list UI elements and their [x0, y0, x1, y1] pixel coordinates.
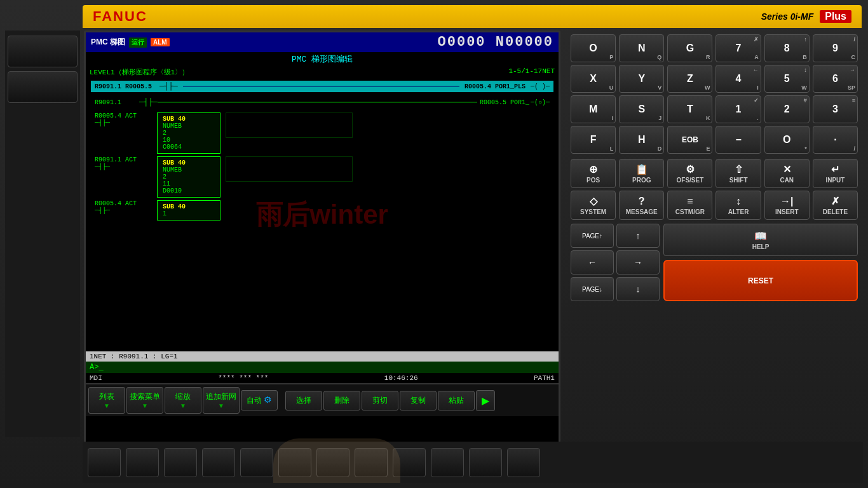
alm-badge: ALM	[151, 38, 170, 46]
key-S[interactable]: SJ	[619, 95, 664, 123]
key-8[interactable]: 8↑B	[764, 34, 810, 62]
fkey-12[interactable]	[507, 448, 540, 477]
key-F[interactable]: FL	[571, 126, 616, 154]
key-CSTM[interactable]: ≡ CSTM/GR	[667, 191, 712, 220]
softkey-select[interactable]: 选择	[285, 391, 322, 410]
fkey-6[interactable]	[278, 448, 311, 477]
key-CAN[interactable]: ✕ CAN	[764, 159, 810, 188]
fkey-8[interactable]	[355, 448, 388, 477]
key-3[interactable]: 3≡	[813, 95, 858, 123]
key-5[interactable]: 5↕W	[764, 65, 810, 93]
fkey-1[interactable]	[88, 448, 121, 477]
fkey-11[interactable]	[469, 448, 502, 477]
softkey-list[interactable]: 列表 ▼	[88, 387, 125, 414]
key-RESET[interactable]: RESET	[663, 260, 858, 301]
key-H[interactable]: HD	[619, 126, 664, 154]
running-badge: 运行	[129, 37, 147, 48]
key-M[interactable]: MI	[571, 95, 616, 123]
key-O-star[interactable]: O*	[764, 126, 810, 154]
screen-container: PMC 梯图 运行 ALM O0000 N00000 PMC 梯形图编辑 LEV…	[84, 30, 560, 450]
fkey-9[interactable]	[393, 448, 426, 477]
ladder-row-4: R9091.1 ACT ─┤├─ SUB 40 NUMEB 2 11 D0010	[91, 156, 553, 198]
highlight-row-1: R9091.1 R0005.5 ─┤├─ R0005.4 POR1_PLS ─(…	[91, 81, 553, 92]
arrow-up-key[interactable]: ↑	[616, 224, 660, 248]
nc-number: O0000 N00000	[438, 34, 553, 50]
key-ALTER[interactable]: ↕ ALTER	[715, 191, 761, 220]
key-POS[interactable]: ⊕ POS	[571, 159, 616, 188]
key-DELETE[interactable]: ✗ DELETE	[813, 191, 858, 220]
page-up-key[interactable]: PAGE↑	[571, 224, 614, 248]
key-INSERT[interactable]: →| INSERT	[764, 191, 810, 220]
key-6[interactable]: 6→SP	[813, 65, 858, 93]
arrow-right-key[interactable]: →	[616, 250, 660, 274]
key-Z[interactable]: ZW	[667, 65, 712, 93]
key-T[interactable]: TK	[667, 95, 712, 123]
key-INPUT[interactable]: ↵ INPUT	[813, 159, 858, 188]
fkey-7[interactable]	[316, 448, 349, 477]
key-minus[interactable]: −	[715, 126, 761, 154]
key-row-1: OP NQ GR 7✗A 8↑B 9/C	[566, 30, 863, 64]
key-9[interactable]: 9/C	[813, 34, 858, 62]
mdi-status: MDI **** *** *** 10:46:26 PATH1	[86, 373, 559, 383]
controller-body: FANUC Series 0i-MF Plus PMC 梯图 运行 ALM O0…	[0, 0, 868, 488]
fkey-10[interactable]	[431, 448, 464, 477]
fkey-4[interactable]	[202, 448, 235, 477]
bottom-fkeys	[83, 442, 863, 483]
key-2[interactable]: 2#	[764, 95, 810, 123]
key-7[interactable]: 7✗A	[715, 34, 761, 62]
key-OFS-SET[interactable]: ⚙ OFS/SET	[667, 159, 712, 188]
system-key-row: ◇ SYSTEM ? MESSAGE ≡ CSTM/GR ↕ ALTER →| …	[566, 189, 863, 221]
help-reset-area: 📖 HELP RESET	[663, 224, 858, 301]
brand-plus: Plus	[820, 10, 851, 23]
key-Y[interactable]: YV	[619, 65, 664, 93]
keypad-area: OP NQ GR 7✗A 8↑B 9/C XU YV ZW 4←I 5↕W 6→…	[566, 30, 863, 437]
level-bar: LEVEL1（梯形图程序〈级1〉） 1-5/1-17NET	[86, 66, 559, 78]
key-MESSAGE[interactable]: ? MESSAGE	[619, 191, 664, 220]
softkey-auto[interactable]: 自动 ⚙	[241, 390, 278, 410]
hl-coil-1: R0005.4 POR1_PLS	[465, 83, 526, 90]
brand-bar: FANUC Series 0i-MF Plus	[83, 5, 862, 28]
function-key-row: ⊕ POS 📋 PROG ⚙ OFS/SET ⇧ SHIFT ✕ CAN ↵ I…	[566, 155, 863, 189]
key-row-2: XU YV ZW 4←I 5↕W 6→SP	[566, 64, 863, 94]
fkey-2[interactable]	[126, 448, 159, 477]
left-key-1[interactable]	[8, 36, 78, 67]
nav-grid: PAGE↑ ↑ ← → PAGE↓ ↓	[571, 224, 660, 301]
key-SHIFT[interactable]: ⇧ SHIFT	[715, 159, 761, 188]
softkey-zoom[interactable]: 缩放 ▼	[165, 387, 201, 414]
softkey-cut[interactable]: 剪切	[362, 391, 398, 410]
key-dot[interactable]: ·/	[813, 126, 858, 154]
key-EOB[interactable]: EOBE	[667, 126, 712, 154]
softkey-search[interactable]: 搜索菜单 ▼	[126, 387, 163, 414]
arrow-down-key[interactable]: ↓	[616, 277, 660, 301]
left-panel	[5, 30, 80, 437]
softkey-paste[interactable]: 粘贴	[438, 391, 475, 410]
arrow-left-key[interactable]: ←	[571, 250, 614, 274]
softkey-delete[interactable]: 删除	[323, 391, 360, 410]
key-O[interactable]: OP	[571, 34, 616, 62]
key-SYSTEM[interactable]: ◇ SYSTEM	[571, 191, 616, 220]
cmd-prompt: A>_	[86, 362, 559, 373]
screen: PMC 梯图 运行 ALM O0000 N00000 PMC 梯形图编辑 LEV…	[86, 32, 559, 448]
key-HELP[interactable]: 📖 HELP	[663, 224, 858, 256]
softkey-arrow-right[interactable]: ▶	[476, 390, 495, 411]
key-G[interactable]: GR	[667, 34, 712, 62]
fkey-3[interactable]	[164, 448, 197, 477]
fkey-5[interactable]	[240, 448, 273, 477]
key-PROG[interactable]: 📋 PROG	[619, 159, 664, 188]
hl-contact-1: R9091.1 R0005.5	[95, 83, 152, 90]
nav-area: PAGE↑ ↑ ← → PAGE↓ ↓	[566, 221, 863, 304]
left-key-2[interactable]	[8, 71, 78, 103]
key-N[interactable]: NQ	[619, 34, 664, 62]
softkey-add-net[interactable]: 追加新网 ▼	[203, 387, 240, 414]
ladder-row-2: R9091.1 ─┤├─ R0005.5 POR1_ ─(○)─	[91, 93, 553, 111]
ladder-diagram: 雨后winter R9091.1 R0005.5 ─┤├─ R0005.4 PO…	[86, 78, 559, 351]
key-1[interactable]: 1✓.	[715, 95, 761, 123]
key-4[interactable]: 4←I	[715, 65, 761, 93]
softkey-copy[interactable]: 复制	[400, 391, 437, 410]
key-row-3: MI SJ TK 1✓. 2# 3≡	[566, 94, 863, 125]
brand-name: FANUC	[93, 8, 147, 25]
key-X[interactable]: XU	[571, 65, 616, 93]
pmc-label: PMC 梯图	[91, 37, 125, 48]
ladder-row-5: R0005.4 ACT ─┤├─ SUB 40 1	[91, 200, 553, 220]
page-down-key[interactable]: PAGE↓	[571, 277, 614, 301]
